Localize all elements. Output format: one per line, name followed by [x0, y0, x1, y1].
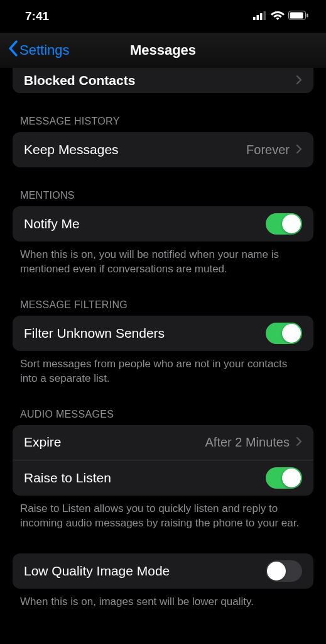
row-label: Keep Messages	[24, 142, 246, 157]
nav-bar: Settings Messages	[0, 33, 326, 68]
section-message-history: MESSAGE HISTORY Keep Messages Forever	[0, 116, 326, 167]
settings-content: Blocked Contacts MESSAGE HISTORY Keep Me…	[0, 68, 326, 635]
group-audio-messages: Expire After 2 Minutes Raise to Listen	[13, 425, 313, 496]
group-top: Blocked Contacts	[13, 68, 313, 93]
row-raise-to-listen[interactable]: Raise to Listen	[13, 460, 313, 496]
section-footer: Sort messages from people who are not in…	[0, 351, 326, 386]
row-low-quality-image-mode[interactable]: Low Quality Image Mode	[13, 553, 313, 589]
svg-rect-5	[290, 13, 303, 19]
battery-icon	[288, 9, 308, 23]
section-header: MENTIONS	[0, 190, 326, 206]
section-audio-messages: AUDIO MESSAGES Expire After 2 Minutes Ra…	[0, 409, 326, 531]
section-low-quality: Low Quality Image Mode When this is on, …	[0, 553, 326, 609]
section-footer: Raise to Listen allows you to quickly li…	[0, 496, 326, 531]
section-footer: When this is on, images sent will be low…	[0, 589, 326, 609]
svg-rect-1	[257, 15, 259, 20]
row-filter-unknown-senders[interactable]: Filter Unknown Senders	[13, 316, 313, 351]
row-label: Expire	[24, 435, 205, 450]
status-icons	[253, 9, 308, 23]
row-label: Filter Unknown Senders	[24, 326, 266, 341]
toggle-raise-to-listen[interactable]	[266, 467, 302, 489]
status-bar: 7:41	[0, 0, 326, 33]
group-mentions: Notify Me	[13, 206, 313, 242]
group-message-filtering: Filter Unknown Senders	[13, 316, 313, 351]
section-header: MESSAGE HISTORY	[0, 116, 326, 132]
toggle-low-quality[interactable]	[266, 560, 302, 582]
svg-rect-2	[260, 13, 263, 20]
chevron-right-icon	[296, 435, 302, 450]
row-notify-me[interactable]: Notify Me	[13, 206, 313, 242]
chevron-left-icon	[8, 40, 18, 60]
wifi-icon	[271, 9, 285, 23]
row-label: Raise to Listen	[24, 470, 266, 486]
row-blocked-contacts[interactable]: Blocked Contacts	[13, 68, 313, 93]
toggle-filter-unknown[interactable]	[266, 323, 302, 344]
group-low-quality: Low Quality Image Mode	[13, 553, 313, 589]
back-label: Settings	[19, 42, 70, 58]
section-mentions: MENTIONS Notify Me When this is on, you …	[0, 190, 326, 277]
row-keep-messages[interactable]: Keep Messages Forever	[13, 132, 313, 167]
chevron-right-icon	[296, 142, 302, 157]
back-button[interactable]: Settings	[8, 40, 70, 60]
svg-rect-6	[307, 14, 308, 18]
group-message-history: Keep Messages Forever	[13, 132, 313, 167]
row-value: Forever	[246, 143, 290, 157]
section-header: AUDIO MESSAGES	[0, 409, 326, 425]
section-message-filtering: MESSAGE FILTERING Filter Unknown Senders…	[0, 299, 326, 386]
row-label: Blocked Contacts	[24, 73, 296, 88]
svg-rect-3	[264, 11, 266, 20]
row-label: Notify Me	[24, 216, 266, 231]
chevron-right-icon	[296, 73, 302, 88]
row-value: After 2 Minutes	[205, 435, 290, 450]
cellular-icon	[253, 9, 267, 23]
toggle-notify-me[interactable]	[266, 213, 302, 235]
section-footer: When this is on, you will be notified wh…	[0, 242, 326, 277]
row-expire[interactable]: Expire After 2 Minutes	[13, 425, 313, 460]
status-time: 7:41	[25, 9, 49, 23]
row-label: Low Quality Image Mode	[24, 564, 266, 579]
svg-rect-0	[253, 17, 256, 20]
section-header: MESSAGE FILTERING	[0, 299, 326, 316]
